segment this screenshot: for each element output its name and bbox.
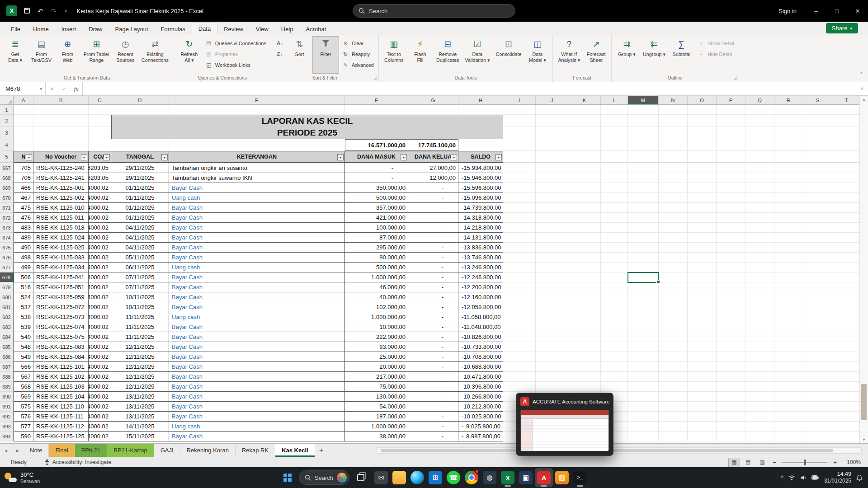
cell-N677[interactable]: [659, 263, 688, 272]
cell-Q688[interactable]: [745, 372, 774, 382]
cell-M690[interactable]: [628, 392, 659, 402]
row-header-679[interactable]: 679: [0, 282, 14, 292]
flash-fill-button[interactable]: ⚡Flash Fill: [407, 37, 433, 73]
cell-P667[interactable]: [717, 163, 745, 173]
cell-K2[interactable]: [568, 115, 601, 127]
cell-N688[interactable]: [659, 372, 688, 382]
cell-N692[interactable]: [659, 412, 688, 422]
cell-J674[interactable]: [536, 233, 568, 243]
cell-F690[interactable]: 130.000,00: [345, 392, 408, 402]
cell-A668[interactable]: 706: [14, 173, 33, 183]
refresh-all-button[interactable]: ↻Refresh All ▾: [176, 37, 202, 73]
cell-O692[interactable]: [688, 412, 717, 422]
cell-D687[interactable]: 12/11/2025: [111, 362, 169, 372]
cell-E678[interactable]: Bayar Cash: [169, 272, 345, 282]
cell-A683[interactable]: 539: [14, 322, 33, 332]
cell-O675[interactable]: [688, 243, 717, 253]
cell-Q1[interactable]: [745, 105, 774, 115]
cell-K672[interactable]: [568, 213, 601, 223]
cell-K683[interactable]: [568, 322, 601, 332]
cell-B681[interactable]: RSE-KK-1125-072: [33, 302, 89, 312]
cell-S683[interactable]: [803, 322, 832, 332]
column-header-o[interactable]: O: [688, 96, 717, 104]
cell-A670[interactable]: 467: [14, 193, 33, 203]
cell-A684[interactable]: 540: [14, 332, 33, 342]
row-header-670[interactable]: 670: [0, 193, 14, 203]
cell-D675[interactable]: 04/11/2025: [111, 243, 169, 253]
cell-J1[interactable]: [536, 105, 568, 115]
cell-B2[interactable]: [33, 115, 89, 127]
cell-M668[interactable]: [628, 173, 659, 183]
cell-L668[interactable]: [601, 173, 628, 183]
cell-C673[interactable]: 4000.02: [89, 223, 111, 233]
cell-P685[interactable]: [717, 342, 745, 352]
sort-button[interactable]: ⇅Sort: [287, 37, 312, 73]
cell-A2[interactable]: [14, 115, 33, 127]
cell-O685[interactable]: [688, 342, 717, 352]
cell-E694[interactable]: Bayar Cash: [169, 432, 345, 441]
cell-P687[interactable]: [717, 362, 745, 372]
column-header-n[interactable]: N: [659, 96, 688, 104]
cell-H682[interactable]: -11.058.800,00: [458, 312, 503, 322]
taskbar-whatsapp-icon[interactable]: ☎: [444, 468, 462, 487]
cell-M674[interactable]: [628, 233, 659, 243]
cell-P673[interactable]: [717, 223, 745, 233]
column-header-s[interactable]: S: [803, 96, 832, 104]
cell-H679[interactable]: -12.200.800,00: [458, 282, 503, 292]
cell-E681[interactable]: Bayar Cash: [169, 302, 345, 312]
reapply-button[interactable]: ↻Reapply: [339, 49, 376, 59]
cell-M687[interactable]: [628, 362, 659, 372]
taskbar-mail-app-icon[interactable]: ✉: [372, 468, 390, 487]
cell-Q3[interactable]: [745, 127, 774, 139]
cell-L670[interactable]: [601, 193, 628, 203]
cell-K670[interactable]: [568, 193, 601, 203]
cell-I676[interactable]: [503, 253, 536, 263]
cell-T672[interactable]: [832, 213, 859, 223]
cell-J2[interactable]: [536, 115, 568, 127]
row-header-669[interactable]: 669: [0, 183, 14, 193]
cell-O678[interactable]: [688, 272, 717, 282]
what-if-analysis-button[interactable]: ?What-If Analysis ▾: [555, 37, 583, 73]
cell-T671[interactable]: [832, 203, 859, 213]
column-header-f[interactable]: F: [345, 96, 408, 104]
cell-G678[interactable]: -: [408, 272, 458, 282]
cell-C689[interactable]: 4000.02: [89, 382, 111, 392]
cell-C674[interactable]: 4000.02: [89, 233, 111, 243]
cell-A693[interactable]: 577: [14, 422, 33, 432]
filter-header-coa[interactable]: COA▼: [89, 151, 111, 163]
cell-P670[interactable]: [717, 193, 745, 203]
ribbon-tab-home[interactable]: Home: [27, 23, 55, 35]
cell-A692[interactable]: 576: [14, 412, 33, 422]
cell-C670[interactable]: 4000.02: [89, 193, 111, 203]
column-header-c[interactable]: C: [89, 96, 111, 104]
cell-B680[interactable]: RSE-KK-1125-059: [33, 292, 89, 302]
cell-I689[interactable]: [503, 382, 536, 392]
column-header-g[interactable]: G: [408, 96, 458, 104]
cell-E679[interactable]: Bayar Cash: [169, 282, 345, 292]
cell-I671[interactable]: [503, 203, 536, 213]
cell-I685[interactable]: [503, 342, 536, 352]
cell-P3[interactable]: [717, 127, 745, 139]
cell-D690[interactable]: 13/11/2025: [111, 392, 169, 402]
filter-header-dana-kelua[interactable]: DANA KELUA▼: [408, 151, 458, 163]
cell-J675[interactable]: [536, 243, 568, 253]
existing-connections-button[interactable]: ⇄Existing Connections: [139, 37, 171, 73]
cell-L681[interactable]: [601, 302, 628, 312]
cell-H670[interactable]: -15.096.800,00: [458, 193, 503, 203]
cell-R682[interactable]: [774, 312, 803, 322]
cell-O684[interactable]: [688, 332, 717, 342]
cell-T680[interactable]: [832, 292, 859, 302]
cell-D686[interactable]: 12/11/2025: [111, 352, 169, 362]
cell-P680[interactable]: [717, 292, 745, 302]
cell-H685[interactable]: -10.733.800,00: [458, 342, 503, 352]
cell-T685[interactable]: [832, 342, 859, 352]
cell-N683[interactable]: [659, 322, 688, 332]
cell-H674[interactable]: -14.131.800,00: [458, 233, 503, 243]
cell-H690[interactable]: -10.266.800,00: [458, 392, 503, 402]
cell-E676[interactable]: Bayar Cash: [169, 253, 345, 263]
ribbon-tab-page-layout[interactable]: Page Layout: [109, 23, 155, 35]
cell-N676[interactable]: [659, 253, 688, 263]
row-header-675[interactable]: 675: [0, 243, 14, 253]
cell-Q690[interactable]: [745, 392, 774, 402]
cell-H671[interactable]: -14.739.800,00: [458, 203, 503, 213]
